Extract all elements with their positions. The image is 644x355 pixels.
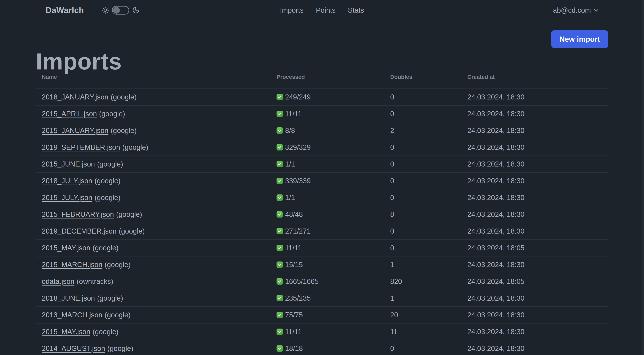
file-link[interactable]: 2014_AUGUST.json	[42, 345, 105, 353]
processed-cell: 8/8	[276, 122, 384, 139]
processed-cell: 339/339	[276, 173, 384, 189]
table-row: 2015_JANUARY.json(google)8/8224.03.2024,…	[36, 122, 608, 139]
check-icon	[276, 262, 283, 268]
file-link[interactable]: 2015_JUNE.json	[42, 160, 95, 168]
processed-cell: 18/18	[276, 340, 384, 355]
nav-item-imports[interactable]: Imports	[280, 6, 304, 14]
file-link[interactable]: 2018_JULY.json	[42, 177, 92, 185]
doubles-cell: 820	[390, 273, 462, 290]
column-header-doubles: Doubles	[390, 65, 462, 88]
moon-icon	[132, 6, 140, 14]
file-cell: 2015_JANUARY.json(google)	[42, 122, 270, 139]
check-icon	[276, 127, 283, 134]
created-at-cell: 24.03.2024, 18:30	[467, 89, 602, 105]
check-icon	[276, 295, 283, 301]
brand-logo[interactable]: DaWarIch	[46, 0, 84, 20]
user-menu[interactable]: ab@cd.com	[553, 0, 599, 20]
created-at-cell: 24.03.2024, 18:30	[467, 106, 602, 122]
chevron-down-icon	[594, 7, 599, 13]
file-link[interactable]: 2015_FEBRUARY.json	[42, 210, 114, 219]
file-cell: 2018_JUNE.json(google)	[42, 290, 270, 306]
file-cell: 2015_APRIL.json(google)	[42, 106, 270, 122]
file-source: (owntracks)	[76, 278, 113, 286]
navbar: DaWarIch Imports Points	[0, 0, 644, 20]
file-link[interactable]: 2015_MAY.json	[42, 244, 90, 252]
file-source: (google)	[92, 244, 118, 252]
file-source: (google)	[99, 110, 125, 118]
created-at-cell: 24.03.2024, 18:05	[467, 240, 602, 256]
table-row: 2019_SEPTEMBER.json(google)329/329024.03…	[36, 139, 608, 156]
file-link[interactable]: 2015_MAY.json	[42, 328, 90, 336]
check-icon	[276, 228, 283, 234]
doubles-cell: 8	[390, 206, 462, 223]
processed-count: 271/271	[285, 227, 311, 235]
doubles-cell: 0	[390, 156, 462, 172]
file-link[interactable]: 2019_SEPTEMBER.json	[42, 143, 120, 151]
table-row: 2015_MAY.json(google)11/111124.03.2024, …	[36, 323, 608, 340]
file-source: (google)	[104, 311, 130, 319]
file-source: (google)	[97, 294, 123, 302]
doubles-cell: 1	[390, 290, 462, 306]
processed-cell: 11/11	[276, 240, 384, 256]
processed-count: 1/1	[285, 160, 295, 168]
processed-count: 1665/1665	[285, 278, 319, 286]
doubles-cell: 0	[390, 173, 462, 189]
nav-item-points[interactable]: Points	[316, 6, 336, 14]
check-icon	[276, 178, 283, 184]
created-at-cell: 24.03.2024, 18:30	[467, 206, 602, 223]
file-link[interactable]: 2018_JANUARY.json	[42, 93, 108, 101]
main-nav: Imports Points Stats	[280, 0, 364, 20]
file-link[interactable]: 2015_APRIL.json	[42, 110, 97, 118]
processed-cell: 235/235	[276, 290, 384, 306]
table-body: 2018_JANUARY.json(google)249/249024.03.2…	[36, 88, 608, 355]
processed-count: 15/15	[285, 261, 303, 269]
file-link[interactable]: 2015_MARCH.json	[42, 261, 102, 269]
processed-count: 235/235	[285, 294, 311, 302]
processed-count: 1/1	[285, 194, 295, 202]
file-link[interactable]: 2019_DECEMBER.json	[42, 227, 116, 235]
created-at-cell: 24.03.2024, 18:30	[467, 156, 602, 172]
created-at-cell: 24.03.2024, 18:30	[467, 340, 602, 355]
created-at-cell: 24.03.2024, 18:30	[467, 257, 602, 273]
processed-cell: 1665/1665	[276, 273, 384, 290]
file-cell: 2014_AUGUST.json(google)	[42, 340, 270, 355]
processed-cell: 15/15	[276, 257, 384, 273]
processed-count: 75/75	[285, 311, 303, 319]
file-source: (google)	[97, 160, 123, 168]
theme-toggle[interactable]	[112, 6, 129, 14]
created-at-cell: 24.03.2024, 18:30	[467, 223, 602, 239]
new-import-button[interactable]: New import	[551, 30, 608, 48]
processed-count: 249/249	[285, 93, 311, 101]
file-cell: 2019_SEPTEMBER.json(google)	[42, 139, 270, 156]
processed-cell: 271/271	[276, 223, 384, 239]
file-link[interactable]: 2015_JANUARY.json	[42, 127, 108, 135]
file-source: (google)	[107, 345, 133, 353]
processed-cell: 11/11	[276, 106, 384, 122]
file-link[interactable]: 2013_MARCH.json	[42, 311, 102, 319]
column-header-processed: Processed	[276, 65, 384, 88]
file-cell: 2018_JANUARY.json(google)	[42, 89, 270, 105]
file-link[interactable]: 2015_JULY.json	[42, 194, 92, 202]
file-link[interactable]: odata.json	[42, 278, 74, 286]
created-at-cell: 24.03.2024, 18:30	[467, 173, 602, 189]
table-row: 2015_MARCH.json(google)15/15124.03.2024,…	[36, 256, 608, 273]
doubles-cell: 2	[390, 122, 462, 139]
check-icon	[276, 161, 283, 167]
doubles-cell: 0	[390, 340, 462, 355]
doubles-cell: 0	[390, 223, 462, 239]
table-row: 2018_JUNE.json(google)235/235124.03.2024…	[36, 290, 608, 306]
processed-cell: 11/11	[276, 324, 384, 340]
file-link[interactable]: 2018_JUNE.json	[42, 294, 95, 302]
processed-cell: 48/48	[276, 206, 384, 223]
table-row: odata.json(owntracks)1665/166582024.03.2…	[36, 273, 608, 290]
file-cell: 2015_MARCH.json(google)	[42, 257, 270, 273]
table-row: 2013_MARCH.json(google)75/752024.03.2024…	[36, 306, 608, 323]
processed-count: 11/11	[285, 244, 302, 252]
check-icon	[276, 329, 283, 335]
table-row: 2015_JULY.json(google)1/1024.03.2024, 18…	[36, 189, 608, 206]
scrollbar[interactable]	[642, 0, 644, 355]
file-cell: 2019_DECEMBER.json(google)	[42, 223, 270, 239]
created-at-cell: 24.03.2024, 18:30	[467, 139, 602, 156]
nav-item-stats[interactable]: Stats	[348, 6, 364, 14]
file-cell: 2018_JULY.json(google)	[42, 173, 270, 189]
